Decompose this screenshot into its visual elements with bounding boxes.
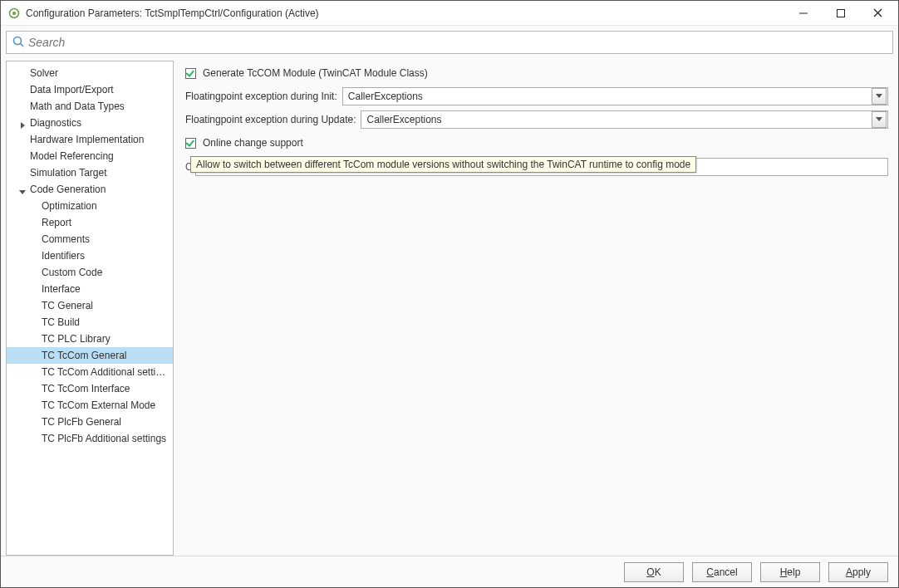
sidebar-item-label: Math and Data Types bbox=[30, 100, 125, 112]
sidebar-item[interactable]: Custom Code bbox=[7, 264, 173, 281]
sidebar-item[interactable]: TC General bbox=[7, 297, 173, 314]
sidebar-item[interactable]: TC PLC Library bbox=[7, 331, 173, 347]
sidebar-item[interactable]: Math and Data Types bbox=[7, 98, 173, 115]
sidebar-item[interactable]: Interface bbox=[7, 281, 173, 297]
help-button[interactable]: Help bbox=[760, 562, 820, 582]
sidebar-item[interactable]: TC TcCom General bbox=[7, 347, 173, 364]
sidebar-item-label: TC TcCom Interface bbox=[42, 383, 130, 394]
sidebar-item-label: Model Referencing bbox=[30, 150, 114, 162]
search-input[interactable] bbox=[25, 35, 887, 50]
fp-init-select[interactable]: CallerExceptions bbox=[342, 87, 888, 105]
sidebar-item-label: Optimization bbox=[42, 200, 97, 212]
search-icon bbox=[12, 35, 25, 51]
cancel-button[interactable]: Cancel bbox=[692, 562, 752, 582]
sidebar-item-label: TC Build bbox=[42, 316, 80, 328]
svg-point-6 bbox=[14, 37, 22, 44]
fp-update-label: Floatingpoint exception during Update: bbox=[185, 114, 356, 125]
svg-rect-3 bbox=[837, 9, 844, 17]
sidebar-item[interactable]: Optimization bbox=[7, 198, 173, 214]
ok-text: K bbox=[655, 566, 661, 578]
sidebar-item[interactable]: TC PlcFb General bbox=[7, 414, 173, 430]
online-change-checkbox[interactable] bbox=[185, 138, 196, 149]
sidebar-item[interactable]: Data Import/Export bbox=[7, 81, 173, 98]
sidebar-item[interactable]: TC PlcFb Additional settings bbox=[7, 430, 173, 447]
row-fp-update: Floatingpoint exception during Update: C… bbox=[182, 110, 893, 129]
online-change-tooltip: Allow to switch between different TcCom … bbox=[190, 156, 696, 173]
online-change-label: Online change support bbox=[203, 137, 303, 149]
generate-tccom-label: Generate TcCOM Module (TwinCAT Module Cl… bbox=[203, 67, 428, 79]
content-panel: Generate TcCOM Module (TwinCAT Module Cl… bbox=[182, 61, 893, 556]
sidebar-item[interactable]: TC TcCom External Mode bbox=[7, 397, 173, 414]
maximize-button[interactable] bbox=[822, 2, 859, 25]
sidebar-item-label: Report bbox=[42, 217, 71, 228]
window: Configuration Parameters: TctSmplTempCtr… bbox=[0, 0, 899, 588]
sidebar-item[interactable]: Comments bbox=[7, 231, 173, 247]
svg-point-1 bbox=[12, 12, 16, 15]
sidebar-item-label: Interface bbox=[42, 283, 81, 295]
fp-update-select[interactable]: CallerExceptions bbox=[361, 110, 888, 129]
sidebar-item-label: TC TcCom External Mode bbox=[42, 399, 155, 411]
chevron-down-icon bbox=[872, 111, 887, 128]
svg-line-7 bbox=[21, 43, 24, 47]
sidebar-item-label: Data Import/Export bbox=[30, 84, 114, 96]
sidebar-item[interactable]: Simulation Target bbox=[7, 164, 173, 181]
sidebar-item-label: Code Generation bbox=[30, 184, 106, 195]
sidebar-item[interactable]: Hardware Implementation bbox=[7, 131, 173, 148]
app-icon bbox=[7, 7, 21, 20]
row-extra-select: C Allow to switch between different TcCo… bbox=[182, 157, 893, 177]
svg-marker-9 bbox=[19, 190, 26, 194]
sidebar-item-label: Diagnostics bbox=[30, 117, 81, 129]
apply-button[interactable]: Apply bbox=[828, 562, 888, 582]
generate-tccom-checkbox[interactable] bbox=[185, 68, 196, 79]
fp-update-value: CallerExceptions bbox=[361, 114, 872, 125]
sidebar-item[interactable]: TC TcCom Interface bbox=[7, 380, 173, 397]
sidebar-item[interactable]: Diagnostics bbox=[7, 115, 173, 131]
titlebar: Configuration Parameters: TctSmplTempCtr… bbox=[1, 1, 898, 26]
sidebar-item-label: TC PLC Library bbox=[42, 333, 111, 345]
sidebar-item-label: TC PlcFb General bbox=[42, 416, 121, 428]
sidebar-item-label: Comments bbox=[42, 233, 90, 245]
sidebar-item-label: TC TcCom Additional setti… bbox=[42, 366, 165, 378]
svg-marker-10 bbox=[876, 94, 882, 98]
sidebar-item[interactable]: Code Generation bbox=[7, 181, 173, 198]
body: SolverData Import/ExportMath and Data Ty… bbox=[6, 61, 893, 556]
close-button[interactable] bbox=[859, 2, 897, 25]
footer: OK Cancel Help Apply bbox=[1, 556, 898, 587]
sidebar-item-label: Solver bbox=[30, 67, 58, 79]
sidebar-item-label: TC TcCom General bbox=[42, 350, 126, 361]
chevron-down-icon bbox=[872, 88, 887, 105]
sidebar-item[interactable]: TC TcCom Additional setti… bbox=[7, 364, 173, 380]
svg-marker-11 bbox=[876, 117, 882, 121]
row-generate-tccom: Generate TcCOM Module (TwinCAT Module Cl… bbox=[182, 64, 893, 82]
sidebar-item-label: TC General bbox=[42, 300, 93, 311]
row-fp-init: Floatingpoint exception during Init: Cal… bbox=[182, 87, 893, 105]
caret-down-icon bbox=[18, 184, 27, 198]
sidebar-tree[interactable]: SolverData Import/ExportMath and Data Ty… bbox=[6, 61, 174, 556]
caret-right-icon bbox=[18, 118, 27, 131]
sidebar-item[interactable]: TC Build bbox=[7, 314, 173, 331]
sidebar-item-label: TC PlcFb Additional settings bbox=[42, 433, 166, 444]
sidebar-item[interactable]: Identifiers bbox=[7, 247, 173, 264]
fp-init-value: CallerExceptions bbox=[343, 91, 872, 102]
window-controls bbox=[784, 2, 897, 25]
window-title: Configuration Parameters: TctSmplTempCtr… bbox=[26, 7, 784, 19]
sidebar-item-label: Hardware Implementation bbox=[30, 134, 144, 145]
sidebar-item[interactable]: Model Referencing bbox=[7, 148, 173, 164]
ok-button[interactable]: OK bbox=[624, 562, 684, 582]
sidebar-item-label: Identifiers bbox=[42, 250, 85, 262]
sidebar-item-label: Custom Code bbox=[42, 267, 102, 278]
fp-init-label: Floatingpoint exception during Init: bbox=[185, 91, 337, 102]
minimize-button[interactable] bbox=[784, 2, 822, 25]
client-area: SolverData Import/ExportMath and Data Ty… bbox=[1, 26, 898, 556]
sidebar-item-label: Simulation Target bbox=[30, 167, 107, 179]
search-box[interactable] bbox=[6, 31, 893, 54]
svg-marker-8 bbox=[21, 122, 25, 129]
sidebar-item[interactable]: Solver bbox=[7, 65, 173, 81]
row-online-change: Online change support bbox=[182, 134, 893, 152]
sidebar-item[interactable]: Report bbox=[7, 214, 173, 231]
